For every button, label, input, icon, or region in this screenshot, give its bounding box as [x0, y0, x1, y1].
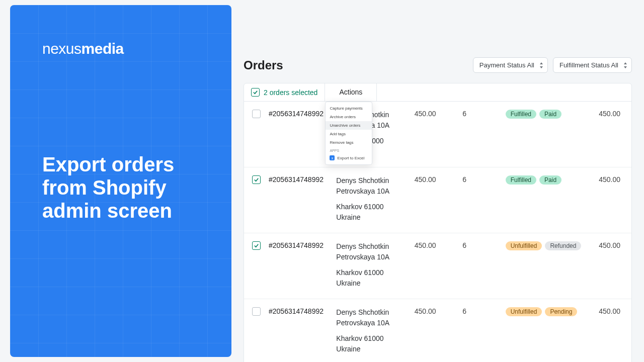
payment-badge: Paid — [539, 110, 561, 119]
select-all-checkbox[interactable] — [251, 88, 260, 97]
action-export-excel[interactable]: x Export to Excel — [326, 153, 372, 162]
customer-name: Denys Shchotkin — [336, 307, 406, 318]
address-country: Ukraine — [336, 344, 406, 354]
table-row: #2056314748992Denys ShchotkinPetrovskaya… — [244, 233, 631, 299]
fulfillment-badge: Fulfilled — [506, 110, 536, 119]
amount-cell: 450.00 — [411, 102, 458, 167]
payment-badge: Paid — [539, 175, 561, 185]
promo-headline: Export orders from Shopify admin screen — [42, 153, 201, 222]
chevron-updown-icon — [539, 62, 543, 68]
fulfillment-badge: Fulfilled — [506, 175, 536, 185]
address-city: Kharkov 61000 — [336, 333, 406, 344]
table-row: #2056314748992Denys ShchotkinPetrovskaya… — [244, 299, 631, 363]
address-city: Kharkov 61000 — [336, 267, 406, 278]
action-archive-orders[interactable]: Archive orders — [326, 113, 372, 121]
row-checkbox[interactable] — [252, 110, 261, 118]
fulfillment-status-filter-label: Fulfillment Status All — [559, 61, 618, 69]
order-id[interactable]: #2056314748992 — [265, 102, 332, 167]
amount-cell: 450.00 — [411, 299, 458, 363]
actions-section-apps: APPS — [326, 147, 372, 153]
total-cell: 450.00 — [595, 299, 631, 363]
chevron-updown-icon — [623, 62, 627, 68]
action-export-excel-label: Export to Excel — [337, 156, 364, 160]
payment-badge: Refunded — [545, 241, 581, 250]
bulk-selection-bar: 2 orders selected Actions Capture paymen… — [244, 83, 631, 102]
payment-status-filter-label: Payment Status All — [479, 61, 534, 69]
payment-status-filter[interactable]: Payment Status All — [473, 57, 548, 73]
page-header: Orders Payment Status All Fulfillment St… — [244, 57, 632, 73]
status-cell: FulfilledPaid — [502, 102, 595, 167]
table-row: #2056314748992Denys ShchotkinPetrovskaya… — [244, 102, 631, 167]
status-cell: FulfilledPaid — [502, 167, 595, 233]
row-checkbox[interactable] — [252, 175, 261, 184]
selection-count: 2 orders selected — [244, 83, 325, 101]
address-line: Petrovskaya 10A — [336, 252, 406, 262]
fulfillment-badge: Unfulfilled — [506, 241, 542, 250]
selection-count-label: 2 orders selected — [264, 88, 317, 97]
order-id[interactable]: #2056314748992 — [265, 299, 332, 363]
address-line: Petrovskaya 10A — [336, 318, 406, 328]
brand-text-bold: media — [82, 40, 124, 57]
order-id[interactable]: #2056314748992 — [265, 233, 332, 299]
status-cell: UnfulfilledRefunded — [502, 233, 595, 299]
address-country: Ukraine — [336, 212, 406, 223]
order-id[interactable]: #2056314748992 — [265, 167, 332, 233]
status-cell: UnfulfilledPending — [502, 299, 595, 363]
orders-table: #2056314748992Denys ShchotkinPetrovskaya… — [244, 102, 631, 362]
address-city: Kharkov 61000 — [336, 202, 406, 212]
qty-cell: 6 — [458, 233, 502, 299]
total-cell: 450.00 — [595, 233, 631, 299]
action-capture-payments[interactable]: Capture payments — [326, 104, 372, 113]
actions-button-label: Actions — [339, 88, 362, 96]
qty-cell: 6 — [458, 102, 502, 167]
actions-dropdown: Capture payments Archive orders Unarchiv… — [325, 102, 372, 165]
orders-card: 2 orders selected Actions Capture paymen… — [244, 83, 632, 362]
qty-cell: 6 — [458, 299, 502, 363]
fulfillment-status-filter[interactable]: Fulfillment Status All — [553, 57, 632, 73]
qty-cell: 6 — [458, 167, 502, 233]
brand-logo: nexusmedia — [42, 40, 201, 57]
customer-address: Denys ShchotkinPetrovskaya 10AKharkov 61… — [332, 299, 410, 363]
payment-badge: Pending — [545, 307, 577, 316]
amount-cell: 450.00 — [411, 233, 458, 299]
excel-icon: x — [330, 155, 335, 160]
actions-button[interactable]: Actions Capture payments Archive orders … — [325, 83, 377, 101]
customer-address: Denys ShchotkinPetrovskaya 10AKharkov 61… — [332, 167, 410, 233]
action-remove-tags[interactable]: Remove tags — [326, 138, 372, 147]
customer-name: Denys Shchotkin — [336, 241, 406, 252]
filter-bar: Payment Status All Fulfillment Status Al… — [473, 57, 632, 73]
row-checkbox[interactable] — [252, 307, 261, 316]
brand-text-light: nexus — [42, 40, 82, 57]
address-line: Petrovskaya 10A — [336, 186, 406, 197]
total-cell: 450.00 — [595, 102, 631, 167]
customer-name: Denys Shchotkin — [336, 175, 406, 186]
table-row: #2056314748992Denys ShchotkinPetrovskaya… — [244, 167, 631, 233]
address-country: Ukraine — [336, 278, 406, 289]
row-checkbox[interactable] — [252, 241, 261, 250]
total-cell: 450.00 — [595, 167, 631, 233]
fulfillment-badge: Unfulfilled — [506, 307, 542, 316]
amount-cell: 450.00 — [411, 167, 458, 233]
main-panel: Orders Payment Status All Fulfillment St… — [231, 0, 644, 362]
page-title: Orders — [244, 58, 283, 72]
action-unarchive-orders[interactable]: Unarchive orders — [326, 121, 372, 130]
promo-sidebar: nexusmedia Export orders from Shopify ad… — [10, 5, 231, 357]
action-add-tags[interactable]: Add tags — [326, 130, 372, 138]
customer-address: Denys ShchotkinPetrovskaya 10AKharkov 61… — [332, 233, 410, 299]
